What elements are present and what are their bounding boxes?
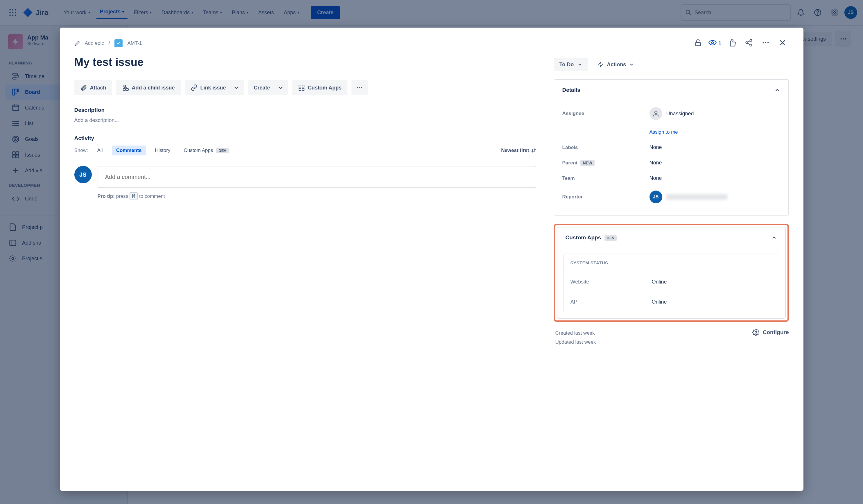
edit-icon[interactable] [74,40,80,46]
issue-modal: Add epic / AMT-1 My test issue Attach Ad… [60,28,803,491]
svg-line-67 [748,41,750,42]
svg-rect-55 [299,88,301,90]
svg-point-76 [755,331,757,333]
configure-button[interactable]: Configure [752,329,789,336]
svg-point-69 [763,42,764,43]
tab-all[interactable]: All [93,146,107,155]
svg-rect-47 [123,85,125,87]
svg-point-59 [361,87,362,88]
svg-point-57 [357,87,358,88]
breadcrumb: Add epic / AMT-1 [74,39,536,47]
svg-point-63 [711,42,713,44]
system-status-heading: SYSTEM STATUS [564,254,779,272]
svg-point-66 [750,44,752,46]
svg-point-65 [746,42,748,44]
svg-rect-54 [302,85,304,87]
system-row-website: Website Online [564,272,779,292]
unassigned-avatar-icon [650,107,662,120]
svg-point-58 [359,87,360,88]
sort-button[interactable]: Newest first [501,148,536,153]
close-icon[interactable] [776,36,789,49]
reporter-name-redacted [666,194,727,200]
team-value[interactable]: None [650,175,780,181]
details-panel-header[interactable]: Details [554,80,788,100]
tab-custom-apps[interactable]: Custom Apps DEV [179,146,233,155]
tab-history[interactable]: History [151,146,175,155]
status-dropdown[interactable]: To Do [554,58,588,71]
svg-point-71 [767,42,768,43]
team-label: Team [562,175,650,181]
task-icon [114,39,123,47]
add-epic-link[interactable]: Add epic [85,40,104,46]
assignee-value[interactable]: Unassigned [666,111,694,117]
reporter-value[interactable]: JS [650,191,780,203]
svg-point-70 [765,42,766,43]
assignee-label: Assignee [562,111,650,116]
reporter-avatar: JS [650,191,662,203]
create-dropdown-icon[interactable] [273,80,288,95]
custom-apps-highlight: Custom Apps DEV SYSTEM STATUS Website On… [554,224,789,322]
vote-icon[interactable] [726,36,738,49]
parent-value[interactable]: None [650,160,780,166]
details-panel: Details Assignee Unassigned [554,79,789,216]
chevron-up-icon [774,87,780,93]
show-label: Show: [74,148,88,153]
pro-tip: Pro tip: press M to comment [98,193,536,199]
assign-to-me-link[interactable]: Assign to me [650,129,678,135]
kbd-m: M [129,192,138,200]
modal-overlay: Add epic / AMT-1 My test issue Attach Ad… [0,0,863,504]
labels-value[interactable]: None [650,144,780,150]
new-badge: NEW [580,160,595,166]
description-heading: Description [74,107,536,113]
system-status-card: SYSTEM STATUS Website Online API Online [563,254,779,312]
activity-heading: Activity [74,135,536,141]
updated-date: Updated last week [555,338,596,347]
link-issue-button[interactable]: Link issue [185,80,229,95]
parent-label: Parent NEW [562,160,650,166]
svg-point-64 [750,39,752,41]
svg-rect-48 [123,89,125,90]
custom-apps-button[interactable]: Custom Apps [292,80,347,95]
custom-apps-panel: Custom Apps DEV SYSTEM STATUS Website On… [557,227,786,319]
description-placeholder[interactable]: Add a description... [74,117,536,124]
svg-rect-49 [126,89,128,90]
labels-label: Labels [562,145,650,150]
create-subtask-button[interactable]: Create [248,80,273,95]
add-child-issue-button[interactable]: Add a child issue [116,80,181,95]
attach-button[interactable]: Attach [74,80,112,95]
issue-title[interactable]: My test issue [74,56,536,68]
tab-comments[interactable]: Comments [112,146,146,155]
svg-rect-56 [302,88,304,90]
svg-point-75 [654,111,657,114]
actions-dropdown[interactable]: Actions [593,58,639,71]
more-actions-icon[interactable] [351,80,368,95]
comment-input[interactable] [98,166,536,188]
svg-line-68 [748,43,750,45]
more-icon[interactable] [759,36,772,49]
lock-icon[interactable] [692,36,704,49]
link-issue-dropdown-icon[interactable] [229,80,244,95]
custom-apps-panel-header[interactable]: Custom Apps DEV [558,227,785,248]
issue-key[interactable]: AMT-1 [127,40,142,46]
svg-rect-62 [696,42,700,46]
dev-badge: DEV [604,235,617,241]
created-date: Created last week [555,329,596,338]
reporter-label: Reporter [562,194,650,200]
chevron-up-icon [771,235,777,240]
dev-badge: DEV [216,148,229,153]
svg-rect-53 [299,85,301,87]
svg-marker-74 [598,62,603,67]
share-icon[interactable] [742,36,755,49]
system-row-api: API Online [564,292,779,312]
watchers-button[interactable]: 1 [709,39,722,47]
comment-avatar: JS [74,166,92,183]
